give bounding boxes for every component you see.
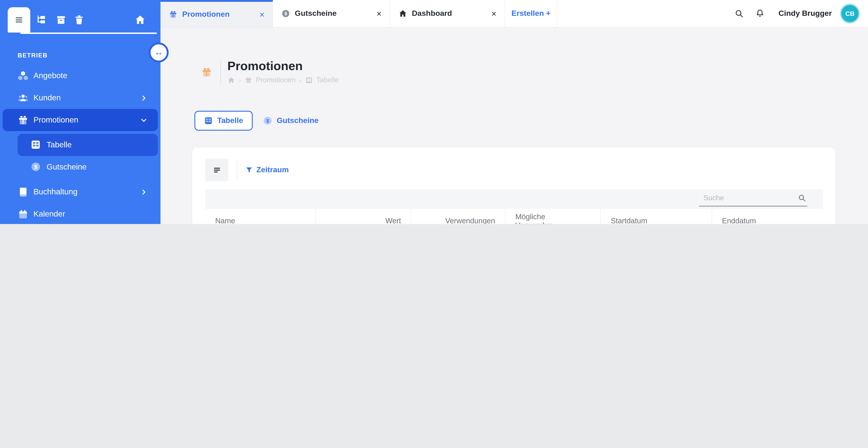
search-input[interactable] xyxy=(699,191,807,205)
folder-tree-icon[interactable] xyxy=(36,14,48,26)
toggle-label: Gutscheine xyxy=(277,116,318,125)
chevron-right-icon xyxy=(141,95,147,101)
table-search xyxy=(699,189,807,209)
close-icon[interactable]: × xyxy=(480,9,496,18)
sidebar-item-kalender[interactable]: Kalender xyxy=(3,203,158,224)
user-name[interactable]: Cindy Brugger xyxy=(778,9,832,18)
column-header[interactable]: Wert xyxy=(315,209,411,224)
sidebar-item-label: Kalender xyxy=(33,209,65,219)
breadcrumb-item[interactable]: Tabelle xyxy=(316,76,339,84)
breadcrumb-separator: › xyxy=(299,76,302,84)
book-icon xyxy=(17,186,29,198)
table-search-band xyxy=(205,189,823,209)
view-toggle-gutscheine[interactable]: $ Gutscheine xyxy=(263,111,318,131)
gift-icon xyxy=(245,76,252,84)
funnel-icon xyxy=(245,166,253,174)
badge-dollar-icon: $ xyxy=(263,116,273,126)
chevron-right-icon xyxy=(141,189,147,195)
sidebar-collapse-button[interactable]: ↔ xyxy=(149,42,168,62)
sidebar-item-label: Kunden xyxy=(33,93,61,103)
archive-icon[interactable] xyxy=(55,14,67,26)
column-header[interactable]: Startdatum xyxy=(601,209,712,224)
topbar: Promotionen × $ Gutscheine × Dashboard ×… xyxy=(160,0,868,28)
sidebar-item-label: Buchhaltung xyxy=(33,187,78,197)
title-divider xyxy=(220,61,221,85)
hamburger-icon xyxy=(212,165,221,174)
tab-label: Gutscheine xyxy=(295,9,337,18)
svg-text:$: $ xyxy=(34,164,37,170)
column-header[interactable]: Verwendungen xyxy=(411,209,505,224)
tab-label: Erstellen + xyxy=(512,9,551,18)
sidebar-item-kunden[interactable]: Kunden xyxy=(3,87,158,109)
tab-create[interactable]: Erstellen + xyxy=(505,0,557,27)
tab-promotionen[interactable]: Promotionen × xyxy=(160,0,273,27)
breadcrumb: › Promotionen › Tabelle xyxy=(227,76,339,84)
home-icon[interactable] xyxy=(227,76,235,84)
sidebar-item-gutscheine[interactable]: $ Gutscheine xyxy=(18,156,158,178)
sidebar-header-divider xyxy=(20,33,157,34)
column-header[interactable]: Name xyxy=(205,209,315,224)
table-card: Zeitraum Name Wert Verwendungen Mögliche… xyxy=(192,148,835,224)
tab-label: Promotionen xyxy=(182,10,230,19)
close-icon[interactable]: × xyxy=(365,9,381,18)
badge-dollar-icon: $ xyxy=(30,161,42,173)
gift-icon xyxy=(17,114,29,126)
tab-gutscheine[interactable]: $ Gutscheine × xyxy=(273,0,390,27)
close-icon[interactable]: × xyxy=(248,10,265,19)
breadcrumb-separator: › xyxy=(239,76,241,84)
filter-zeitraum[interactable]: Zeitraum xyxy=(245,164,289,176)
hamburger-icon xyxy=(14,15,24,25)
view-toggle-tabelle[interactable]: Tabelle xyxy=(194,111,253,131)
sidebar-item-promotionen[interactable]: Promotionen xyxy=(3,109,158,131)
toolbar-divider xyxy=(237,160,237,180)
sidebar-item-angebote[interactable]: Angebote xyxy=(3,65,158,87)
gift-icon xyxy=(168,10,178,19)
table-menu-button[interactable] xyxy=(205,159,228,181)
sidebar-item-label: Gutscheine xyxy=(46,162,87,172)
column-header[interactable]: Mögliche Verwendun… xyxy=(505,209,601,224)
chevron-down-icon xyxy=(141,117,147,123)
users-icon xyxy=(17,92,29,104)
home-icon[interactable] xyxy=(134,14,146,26)
data-table: Name Wert Verwendungen Mögliche Verwendu… xyxy=(205,209,823,224)
sidebar-item-label: Angebote xyxy=(33,71,67,81)
home-icon xyxy=(398,9,407,18)
sidebar-item-label: Promotionen xyxy=(33,115,78,125)
sidebar: BETRIEB Angebote Kunden xyxy=(0,0,160,224)
section-label-betrieb: BETRIEB xyxy=(18,52,158,59)
menu-button[interactable] xyxy=(8,7,30,33)
sidebar-item-tabelle[interactable]: Tabelle xyxy=(18,134,158,156)
gift-icon xyxy=(201,66,213,78)
sidebar-item-label: Tabelle xyxy=(46,140,72,150)
sidebar-nav: BETRIEB Angebote Kunden xyxy=(3,52,158,224)
search-icon[interactable] xyxy=(798,193,807,202)
badge-dollar-icon: $ xyxy=(281,9,290,18)
table-icon xyxy=(30,139,42,151)
column-header[interactable]: Enddatum xyxy=(712,209,823,224)
topbar-actions: Cindy Brugger CB xyxy=(734,0,868,27)
breadcrumb-item[interactable]: Promotionen xyxy=(256,76,296,84)
trash-icon[interactable] xyxy=(73,14,85,26)
cubes-icon xyxy=(17,70,29,82)
sidebar-item-buchhaltung[interactable]: Buchhaltung xyxy=(3,181,158,203)
tab-label: Dashboard xyxy=(412,9,452,18)
table-icon xyxy=(204,116,213,125)
bell-icon[interactable] xyxy=(755,8,765,19)
app-window: BETRIEB Angebote Kunden xyxy=(0,0,868,224)
page-title: Promotionen xyxy=(227,59,303,73)
tab-dashboard[interactable]: Dashboard × xyxy=(390,0,505,27)
svg-text:$: $ xyxy=(284,11,287,16)
calendar-icon xyxy=(17,208,29,220)
table-icon xyxy=(305,76,313,84)
filter-label: Zeitraum xyxy=(256,165,289,174)
avatar[interactable]: CB xyxy=(840,4,860,24)
search-icon[interactable] xyxy=(734,8,744,19)
search-underline xyxy=(699,206,807,206)
svg-text:$: $ xyxy=(266,118,269,124)
toggle-label: Tabelle xyxy=(217,116,243,125)
